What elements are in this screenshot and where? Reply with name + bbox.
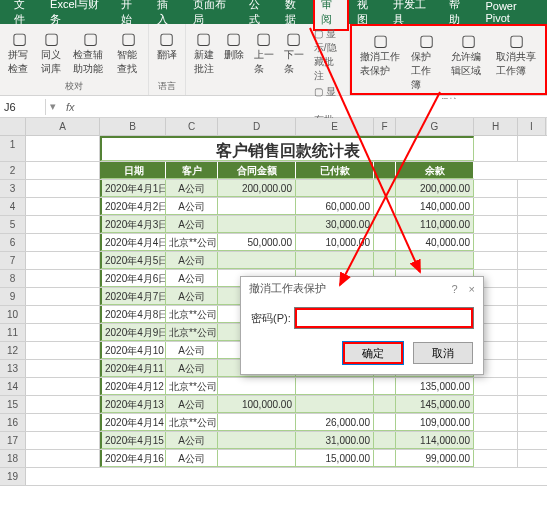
row-header[interactable]: 15 <box>0 396 26 413</box>
cell[interactable] <box>26 360 100 377</box>
ribbon-btn-智能查找[interactable]: ▢智能查找 <box>113 26 144 78</box>
cell[interactable]: 200,000.00 <box>396 180 474 197</box>
cell[interactable] <box>26 198 100 215</box>
cell[interactable]: A公司 <box>166 216 218 233</box>
cell[interactable] <box>26 216 100 233</box>
cell[interactable] <box>296 252 374 269</box>
cell[interactable]: A公司 <box>166 198 218 215</box>
row-header[interactable]: 18 <box>0 450 26 467</box>
cell[interactable] <box>218 450 296 467</box>
cell[interactable] <box>26 270 100 287</box>
cell[interactable] <box>374 216 396 233</box>
cell[interactable] <box>26 450 100 467</box>
cell[interactable]: 60,000.00 <box>296 198 374 215</box>
cell[interactable] <box>374 180 396 197</box>
cell[interactable]: 10,000.00 <box>296 234 374 251</box>
cell[interactable]: 2020年4月7日 <box>100 288 166 305</box>
cell[interactable]: 145,000.00 <box>396 396 474 413</box>
cell[interactable]: 2020年4月11日 <box>100 360 166 377</box>
cell[interactable]: A公司 <box>166 360 218 377</box>
ribbon-btn-新建批注[interactable]: ▢新建批注 <box>190 26 218 78</box>
cell[interactable] <box>26 378 100 395</box>
cell[interactable] <box>26 288 100 305</box>
cell[interactable] <box>474 414 518 431</box>
table-title[interactable]: 客户销售回款统计表 <box>100 136 474 161</box>
cancel-button[interactable]: 取消 <box>413 342 473 364</box>
column-header-cell[interactable]: 余款 <box>396 162 474 179</box>
cell[interactable]: 2020年4月9日 <box>100 324 166 341</box>
cell[interactable] <box>26 432 100 449</box>
cell[interactable]: 2020年4月4日 <box>100 234 166 251</box>
row-header[interactable]: 14 <box>0 378 26 395</box>
cell[interactable] <box>474 252 518 269</box>
ribbon-btn-上一条[interactable]: ▢上一条 <box>250 26 278 78</box>
cell[interactable]: 2020年4月2日 <box>100 198 166 215</box>
cell[interactable]: 2020年4月1日 <box>100 180 166 197</box>
row-header[interactable]: 17 <box>0 432 26 449</box>
column-header-cell[interactable]: 日期 <box>100 162 166 179</box>
col-header[interactable]: G <box>396 118 474 135</box>
cell[interactable]: 110,000.00 <box>396 216 474 233</box>
column-header-cell[interactable]: 已付款 <box>296 162 374 179</box>
cell[interactable]: 2020年4月16日 <box>100 450 166 467</box>
col-header[interactable]: I <box>518 118 546 135</box>
fx-icon[interactable]: fx <box>60 101 81 113</box>
cell[interactable] <box>474 396 518 413</box>
ok-button[interactable]: 确定 <box>343 342 403 364</box>
cell[interactable]: 2020年4月12日 <box>100 378 166 395</box>
cell[interactable] <box>474 450 518 467</box>
cell[interactable]: 135,000.00 <box>396 378 474 395</box>
ribbon-btn-翻译[interactable]: ▢翻译 <box>153 26 181 64</box>
cell[interactable]: 北京**公司 <box>166 378 218 395</box>
cell[interactable] <box>218 216 296 233</box>
cell[interactable] <box>296 180 374 197</box>
column-header-cell[interactable] <box>374 162 396 179</box>
cell[interactable]: A公司 <box>166 432 218 449</box>
column-header-cell[interactable]: 客户 <box>166 162 218 179</box>
cell[interactable] <box>474 136 518 161</box>
ribbon-btn-检查辅助功能[interactable]: ▢检查辅助功能 <box>69 26 111 78</box>
cell[interactable]: A公司 <box>166 288 218 305</box>
cell[interactable] <box>374 396 396 413</box>
cell[interactable] <box>474 198 518 215</box>
cell[interactable] <box>26 162 100 179</box>
cell[interactable]: 2020年4月6日 <box>100 270 166 287</box>
cell[interactable] <box>218 378 296 395</box>
ribbon-btn-删除[interactable]: ▢删除 <box>220 26 248 64</box>
cell[interactable]: 北京**公司 <box>166 306 218 323</box>
row-header[interactable]: 3 <box>0 180 26 197</box>
row-header[interactable]: 2 <box>0 162 26 179</box>
row-header[interactable]: 16 <box>0 414 26 431</box>
cell[interactable] <box>26 252 100 269</box>
cell[interactable]: A公司 <box>166 342 218 359</box>
cell[interactable]: A公司 <box>166 396 218 413</box>
cell[interactable]: 2020年4月5日 <box>100 252 166 269</box>
close-icon[interactable]: × <box>469 283 475 295</box>
cell[interactable] <box>474 432 518 449</box>
ribbon-btn-拼写检查[interactable]: ▢拼写检查 <box>4 26 35 78</box>
cell[interactable]: 50,000.00 <box>218 234 296 251</box>
cell[interactable] <box>218 252 296 269</box>
dropdown-icon[interactable]: ▾ <box>46 100 60 113</box>
cell[interactable]: A公司 <box>166 252 218 269</box>
ribbon-btn-保护工作簿[interactable]: ▢保护工作簿 <box>407 28 444 94</box>
cell[interactable]: 2020年4月8日 <box>100 306 166 323</box>
cell[interactable]: 100,000.00 <box>218 396 296 413</box>
cell[interactable]: 2020年4月3日 <box>100 216 166 233</box>
cell[interactable]: A公司 <box>166 450 218 467</box>
cell[interactable]: 30,000.00 <box>296 216 374 233</box>
row-header[interactable]: 11 <box>0 324 26 341</box>
row-header[interactable]: 10 <box>0 306 26 323</box>
cell[interactable]: 北京**公司 <box>166 414 218 431</box>
row-header[interactable]: 9 <box>0 288 26 305</box>
cell[interactable] <box>218 198 296 215</box>
cell[interactable] <box>26 234 100 251</box>
cell[interactable]: 99,000.00 <box>396 450 474 467</box>
col-header[interactable]: B <box>100 118 166 135</box>
col-header[interactable]: E <box>296 118 374 135</box>
row-header[interactable]: 6 <box>0 234 26 251</box>
cell[interactable]: 40,000.00 <box>396 234 474 251</box>
cell[interactable] <box>396 252 474 269</box>
password-input[interactable] <box>295 308 473 328</box>
row-header[interactable]: 19 <box>0 468 26 485</box>
